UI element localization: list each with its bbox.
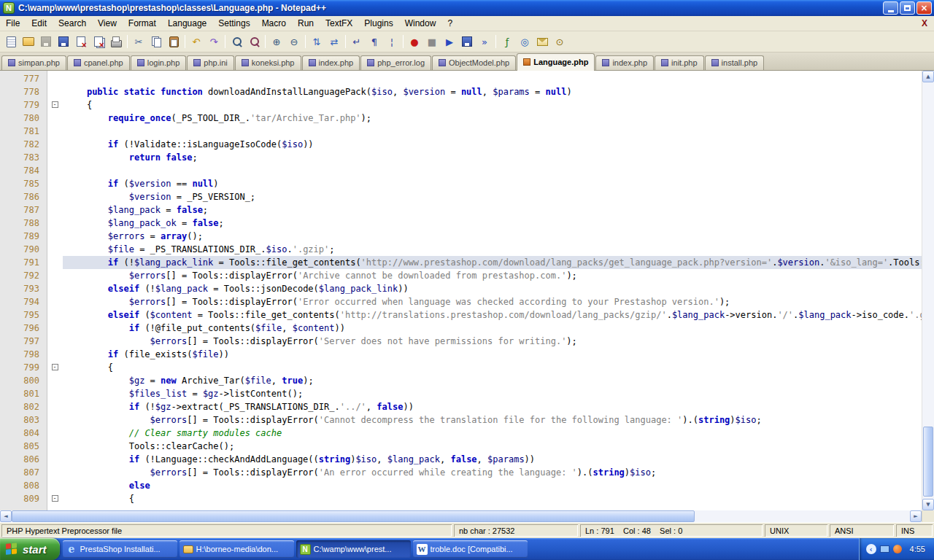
undo-icon[interactable]: ↶ (188, 33, 205, 50)
code-line-796[interactable]: 796 if (!@file_put_contents($file, $cont… (0, 322, 922, 335)
menu-language[interactable]: Language (162, 17, 212, 30)
code-line-790[interactable]: 790 $file = _PS_TRANSLATIONS_DIR_.$iso.'… (0, 243, 922, 256)
macro-play-icon[interactable]: ▶ (441, 33, 458, 50)
horizontal-scroll-track[interactable] (12, 510, 910, 522)
sync-vertical-scroll-icon[interactable]: ⇅ (308, 33, 325, 50)
code-line-798[interactable]: 798 if (file_exists($file)) (0, 348, 922, 361)
close-button[interactable]: × (916, 1, 932, 15)
menu-plugins[interactable]: Plugins (358, 17, 398, 30)
menubar-close-button[interactable]: X (917, 18, 932, 28)
show-all-characters-icon[interactable]: ¶ (366, 33, 383, 50)
menu-file[interactable]: File (0, 17, 26, 30)
menu-search[interactable]: Search (53, 17, 92, 30)
taskbar-task[interactable]: PrestaShop Installati... (63, 540, 177, 558)
scroll-down-button[interactable]: ▼ (922, 499, 934, 510)
titlebar[interactable]: N C:\wamp\www\prestashop\prestashop\clas… (0, 0, 934, 16)
tab-ObjectModel.php[interactable]: ObjectModel.php (432, 55, 516, 70)
tab-index.php[interactable]: index.php (302, 55, 360, 70)
code-line-809[interactable]: 809- { (0, 492, 922, 505)
code-line-783[interactable]: 783 return false; (0, 151, 922, 164)
scroll-up-button[interactable]: ▲ (922, 71, 934, 82)
code-line-808[interactable]: 808 else (0, 479, 922, 492)
code-line-793[interactable]: 793 elseif (!$lang_pack = Tools::jsonDec… (0, 282, 922, 295)
vertical-scrollbar[interactable]: ▲ ▼ (922, 71, 934, 510)
redo-icon[interactable]: ↷ (205, 33, 223, 50)
macro-stop-icon[interactable]: ■ (423, 33, 441, 50)
fold-marker-icon[interactable]: - (52, 364, 58, 370)
code-line-781[interactable]: 781 (0, 125, 922, 138)
code-line-778[interactable]: 778 public static function downloadAndIn… (0, 85, 922, 98)
print-icon[interactable] (107, 33, 125, 50)
tab-koneksi.php[interactable]: koneksi.php (235, 55, 301, 70)
macro-record-icon[interactable]: ● (406, 33, 423, 50)
new-file-icon[interactable] (2, 33, 20, 50)
fold-marker-icon[interactable]: - (52, 101, 58, 108)
copy-icon[interactable] (147, 33, 165, 50)
menu-window[interactable]: Window (399, 17, 442, 30)
tab-php_error.log[interactable]: php_error.log (360, 55, 431, 70)
function-list-icon[interactable]: ƒ (498, 33, 516, 50)
code-line-799[interactable]: 799- { (0, 361, 922, 374)
tab-Language.php[interactable]: Language.php (517, 53, 595, 71)
scroll-left-button[interactable]: ◄ (0, 510, 12, 522)
scroll-right-button[interactable]: ► (910, 510, 922, 522)
code-line-786[interactable]: 786 $version = _PS_VERSION_; (0, 190, 922, 203)
menu-format[interactable]: Format (123, 17, 162, 30)
save-icon[interactable] (37, 33, 55, 50)
zoom-out-icon[interactable]: ⊖ (285, 33, 303, 50)
code-line-789[interactable]: 789 $errors = array(); (0, 230, 922, 243)
minimize-button[interactable] (883, 1, 898, 15)
menu-settings[interactable]: Settings (212, 17, 255, 30)
code-line-780[interactable]: 780 require_once(_PS_TOOL_DIR_.'tar/Arch… (0, 112, 922, 125)
code-line-807[interactable]: 807 $errors[] = Tools::displayError('An … (0, 466, 922, 479)
word-wrap-icon[interactable]: ↵ (348, 33, 366, 50)
replace-icon[interactable] (245, 33, 263, 50)
mail-plugin-icon[interactable] (533, 33, 551, 50)
code-line-794[interactable]: 794 $errors[] = Tools::displayError('Err… (0, 295, 922, 308)
editor[interactable]: 777778 public static function downloadAn… (0, 71, 934, 510)
macro-save-icon[interactable] (458, 33, 476, 50)
code-line-802[interactable]: 802 if (!$gz->extract(_PS_TRANSLATIONS_D… (0, 400, 922, 413)
code-line-779[interactable]: 779- { (0, 98, 922, 112)
menu-view[interactable]: View (92, 17, 123, 30)
taskbar-task[interactable]: troble.doc [Compatibi... (413, 540, 528, 558)
network-status-icon[interactable] (879, 544, 890, 555)
start-button[interactable]: start (0, 538, 60, 560)
horizontal-scroll-thumb[interactable] (12, 510, 695, 522)
code-line-801[interactable]: 801 $files_list = $gz->listContent(); (0, 387, 922, 400)
zoom-in-icon[interactable]: ⊕ (268, 33, 285, 50)
code-line-784[interactable]: 784 (0, 164, 922, 177)
taskbar-task[interactable]: C:\wamp\www\prest... (296, 540, 411, 558)
indent-guide-icon[interactable]: ¦ (383, 33, 401, 50)
tab-install.php[interactable]: install.php (705, 55, 765, 70)
code-line-791[interactable]: 791 if (!$lang_pack_link = Tools::file_g… (0, 256, 922, 269)
code-line-782[interactable]: 782 if (!Validate::isLanguageIsoCode($is… (0, 138, 922, 151)
tab-login.php[interactable]: login.php (131, 55, 187, 70)
doc-monitor-icon[interactable]: ◎ (516, 33, 533, 50)
menu-textfx[interactable]: TextFX (320, 17, 358, 30)
close-all-icon[interactable] (90, 33, 107, 50)
code-line-797[interactable]: 797 $errors[] = Tools::displayError('Ser… (0, 335, 922, 348)
sync-horizontal-scroll-icon[interactable]: ⇄ (325, 33, 343, 50)
code-line-787[interactable]: 787 $lang_pack = false; (0, 203, 922, 217)
find-icon[interactable] (228, 33, 245, 50)
clock-plugin-icon[interactable]: ⊙ (551, 33, 568, 50)
vertical-scroll-thumb[interactable] (923, 427, 933, 497)
code-line-777[interactable]: 777 (0, 72, 922, 85)
code-line-800[interactable]: 800 $gz = new Archive_Tar($file, true); (0, 374, 922, 387)
open-file-icon[interactable] (20, 33, 37, 50)
restore-button[interactable] (900, 1, 915, 15)
antivirus-status-icon[interactable] (893, 545, 902, 553)
paste-icon[interactable] (165, 33, 182, 50)
code-line-788[interactable]: 788 $lang_pack_ok = false; (0, 217, 922, 230)
code-line-792[interactable]: 792 $errors[] = Tools::displayError('Arc… (0, 269, 922, 282)
close-file-icon[interactable] (72, 33, 90, 50)
menu-help[interactable]: ? (441, 17, 458, 30)
code-line-804[interactable]: 804 // Clear smarty modules cache (0, 427, 922, 440)
macro-run-multiple-icon[interactable]: » (476, 33, 493, 50)
tab-cpanel.php[interactable]: cpanel.php (67, 55, 130, 70)
vertical-scroll-track[interactable] (922, 82, 934, 499)
code-line-795[interactable]: 795 elseif ($content = Tools::file_get_c… (0, 308, 922, 322)
tab-index.php[interactable]: index.php (595, 55, 654, 70)
code-line-785[interactable]: 785 if ($version == null) (0, 177, 922, 190)
